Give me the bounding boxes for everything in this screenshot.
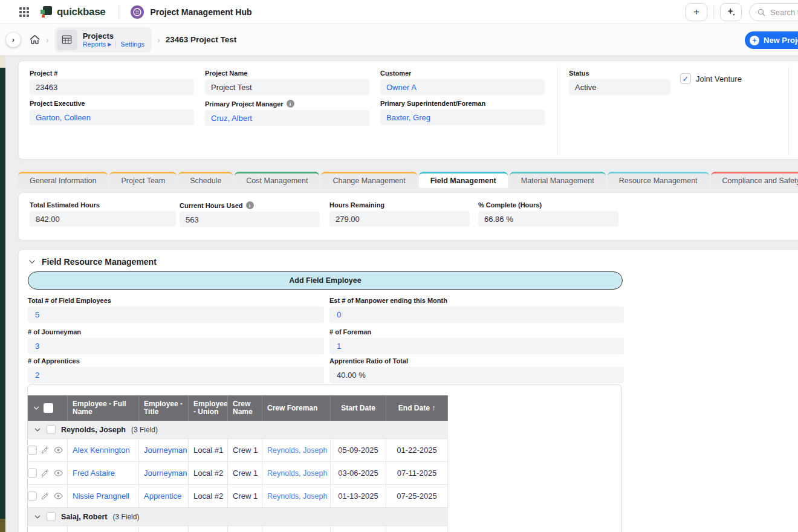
top-app-bar: quickbase Project Management Hub + Searc… xyxy=(0,0,798,24)
cell-foreman[interactable]: Salaj, Robert xyxy=(262,526,331,532)
group-checkbox[interactable] xyxy=(47,425,56,434)
row-actions-cell xyxy=(28,439,68,461)
breadcrumb-table-name[interactable]: Projects xyxy=(83,31,144,41)
stat-label: Apprentice Ratio of Total xyxy=(329,357,624,365)
collapse-chevron-icon[interactable] xyxy=(28,258,36,266)
cell-end-date: 07-25-2025 xyxy=(386,485,448,507)
total-field-employees-value[interactable]: 5 xyxy=(28,307,324,323)
primary-superintendent-link[interactable]: Baxter, Greg xyxy=(380,109,545,125)
tab-cost-management[interactable]: Cost Management xyxy=(235,172,319,188)
row-checkbox[interactable] xyxy=(28,491,37,501)
cell-full-name[interactable]: Alex Kennington xyxy=(68,439,139,461)
edit-pencil-icon[interactable] xyxy=(41,469,50,478)
cell-foreman[interactable]: Reynolds, Joseph xyxy=(262,485,331,507)
view-eye-icon[interactable] xyxy=(53,445,63,455)
tab-change-management[interactable]: Change Management xyxy=(321,172,417,188)
view-eye-icon[interactable] xyxy=(53,468,63,478)
stat-label: # of Journeyman xyxy=(28,328,324,336)
field-label: Customer xyxy=(380,70,545,77)
card-divider xyxy=(557,67,557,154)
cell-union: Local #2 xyxy=(189,485,228,507)
search-input[interactable]: Search this xyxy=(749,3,798,21)
cell-crew: Crew 1 xyxy=(228,485,262,507)
edit-pencil-icon[interactable] xyxy=(41,446,50,455)
project-name-value: Project Test xyxy=(205,79,369,95)
home-button[interactable] xyxy=(29,34,41,45)
add-field-employee-button[interactable]: Add Field Employee xyxy=(28,271,623,290)
tab-project-team[interactable]: Project Team xyxy=(109,172,177,188)
customer-link[interactable]: Owner A xyxy=(380,79,545,95)
breadcrumb-chevron: › xyxy=(46,35,49,45)
cell-foreman[interactable]: Reynolds, Joseph xyxy=(262,439,331,461)
employee-table: Employee - Full NameEmployee - TitleEmpl… xyxy=(28,395,448,532)
apprentices-count-value[interactable]: 2 xyxy=(28,367,324,383)
view-eye-icon[interactable] xyxy=(53,491,63,501)
app-icon[interactable] xyxy=(130,5,144,19)
column-header-employee-title[interactable]: Employee - Title xyxy=(139,395,189,421)
cell-full-name[interactable]: Fred Astaire xyxy=(68,526,139,532)
sidebar-expand-button[interactable]: › xyxy=(6,33,21,47)
cell-end-date: 01-22-2025 xyxy=(386,439,448,461)
column-header-start-date[interactable]: Start Date xyxy=(331,395,386,421)
group-collapse-icon[interactable] xyxy=(34,513,41,521)
primary-pm-link[interactable]: Cruz, Albert xyxy=(205,110,369,126)
field-label: Hours Remaining xyxy=(329,201,470,209)
cell-start-date: 03-06-2025 xyxy=(331,462,386,484)
column-header-crew-name[interactable]: Crew Name xyxy=(228,395,262,421)
info-icon[interactable]: i xyxy=(246,201,254,209)
stat-label: # of Foreman xyxy=(329,328,624,336)
group-name: Reynolds, Joseph xyxy=(61,426,126,434)
cell-union: Local #2 xyxy=(189,462,228,484)
manpower-ending-month-value[interactable]: 0 xyxy=(329,307,624,323)
tab-compliance-and-safety[interactable]: Compliance and Safety xyxy=(711,172,798,188)
ai-assistant-button[interactable] xyxy=(720,3,742,21)
joint-venture-label: Joint Venture xyxy=(696,74,742,83)
tab-general-information[interactable]: General Information xyxy=(18,172,108,188)
foreman-count-value[interactable]: 1 xyxy=(329,338,624,354)
breadcrumb-table-tile[interactable]: Projects Reports ▶ Settings xyxy=(54,27,152,53)
settings-link[interactable]: Settings xyxy=(120,41,144,48)
edit-pencil-icon[interactable] xyxy=(41,491,50,501)
table-header-row: Employee - Full NameEmployee - TitleEmpl… xyxy=(28,395,448,421)
sparkle-icon xyxy=(725,7,736,18)
cell-foreman[interactable]: Reynolds, Joseph xyxy=(262,462,331,484)
cell-start-date: 01-13-2025 xyxy=(331,526,386,532)
select-all-checkbox[interactable] xyxy=(44,403,53,413)
quickbase-logo[interactable]: quickbase xyxy=(40,5,105,18)
tab-field-management[interactable]: Field Management xyxy=(419,172,508,188)
row-checkbox[interactable] xyxy=(28,469,37,478)
cell-title[interactable]: Journeyman xyxy=(139,439,189,461)
tab-material-management[interactable]: Material Management xyxy=(510,172,606,188)
tab-bar: General InformationProject TeamScheduleC… xyxy=(18,172,798,188)
cell-full-name[interactable]: Fred Astaire xyxy=(68,462,139,484)
new-project-button[interactable]: + New Project xyxy=(745,31,798,49)
topbar-mini-divider xyxy=(713,5,714,19)
card-divider xyxy=(788,67,789,154)
app-switcher-icon[interactable] xyxy=(19,7,29,17)
field-label: % Complete (Hours) xyxy=(478,201,618,209)
joint-venture-checkbox[interactable]: ✓ xyxy=(680,73,691,84)
stat-label: Est # of Manpower ending this Month xyxy=(329,297,624,304)
header-collapse-icon[interactable] xyxy=(33,404,40,412)
group-checkbox[interactable] xyxy=(47,512,56,521)
tab-resource-management[interactable]: Resource Management xyxy=(608,172,709,188)
tab-schedule[interactable]: Schedule xyxy=(178,172,233,188)
journeyman-count-value[interactable]: 3 xyxy=(28,338,324,354)
column-header-crew-foreman[interactable]: Crew Foreman xyxy=(262,395,331,421)
reports-link[interactable]: Reports xyxy=(83,41,106,48)
project-executive-link[interactable]: Garton, Colleen xyxy=(30,109,194,125)
cell-title[interactable]: Journeyman xyxy=(139,462,189,484)
cell-title[interactable]: Apprentice xyxy=(139,485,189,507)
info-icon[interactable]: i xyxy=(287,100,294,108)
cell-full-name[interactable]: Nissie Prangnell xyxy=(68,485,139,507)
cell-title[interactable]: Journeyman xyxy=(139,526,189,532)
row-checkbox[interactable] xyxy=(28,446,37,455)
column-header-employee-union[interactable]: Employee - Union xyxy=(189,395,228,421)
column-header-end-date[interactable]: End Date ↑ xyxy=(386,395,448,421)
current-hours-used-value: 563 xyxy=(180,212,320,227)
stat-label: Total # of Field Employees xyxy=(28,297,324,304)
column-header-employee-full-name[interactable]: Employee - Full Name xyxy=(68,395,139,421)
plus-circle-icon: + xyxy=(750,36,759,45)
new-item-button[interactable]: + xyxy=(686,3,707,21)
group-collapse-icon[interactable] xyxy=(34,426,41,433)
